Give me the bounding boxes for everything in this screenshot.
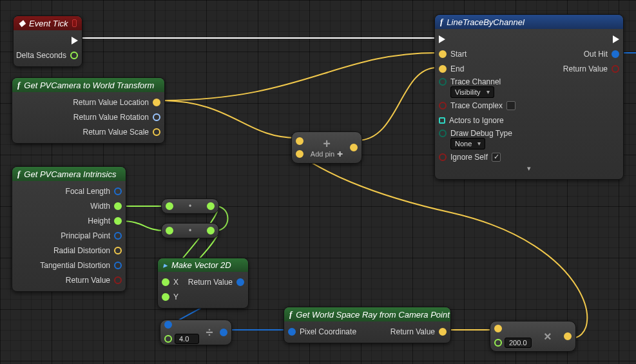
float-out-pin[interactable] bbox=[70, 52, 78, 59]
vector-in-pin[interactable] bbox=[439, 65, 447, 73]
pin-label: Pixel Coordinate bbox=[300, 327, 356, 336]
add-pin-button[interactable]: Add pin✚ bbox=[311, 150, 343, 158]
node-event-tick[interactable]: ◆ Event Tick Delta Seconds bbox=[13, 15, 82, 67]
vector-in-pin[interactable] bbox=[296, 150, 304, 158]
conversion-dot-icon: • bbox=[189, 226, 191, 235]
struct-in-pin[interactable] bbox=[164, 321, 172, 329]
pin-label: Start bbox=[450, 50, 467, 59]
vector-out-pin[interactable] bbox=[350, 144, 358, 151]
bool-out-pin[interactable] bbox=[114, 276, 122, 284]
enum-in-pin[interactable] bbox=[439, 78, 447, 86]
struct-out-pin[interactable] bbox=[612, 50, 619, 58]
struct-out-pin[interactable] bbox=[236, 278, 244, 286]
float-out-pin[interactable] bbox=[114, 202, 122, 210]
pin-label: Return Value Location bbox=[73, 98, 149, 107]
vector-out-pin[interactable] bbox=[564, 332, 572, 340]
float-in-pin[interactable] bbox=[162, 278, 169, 286]
ignore-self-checkbox[interactable]: ✓ bbox=[492, 153, 501, 162]
struct-out-pin[interactable] bbox=[114, 262, 122, 269]
node-divide[interactable]: 4.0 ÷ bbox=[160, 320, 232, 345]
node-header[interactable]: f Get World Space Ray from Camera Point bbox=[284, 307, 450, 321]
pin-label: Actors to Ignore bbox=[449, 116, 504, 125]
vector-in-pin[interactable] bbox=[494, 325, 502, 332]
enum-in-pin[interactable] bbox=[439, 129, 447, 137]
add-icon: ✚ bbox=[337, 150, 343, 158]
struct-out-pin[interactable] bbox=[220, 329, 227, 336]
function-icon: f bbox=[440, 17, 443, 27]
pin-label: End bbox=[450, 64, 464, 73]
expand-node-button[interactable]: ▾ bbox=[435, 164, 623, 175]
pin-label: Trace Channel bbox=[450, 77, 501, 86]
exec-in-pin[interactable] bbox=[439, 35, 445, 43]
pin-label: Return Value bbox=[188, 278, 233, 287]
node-line-trace-by-channel[interactable]: f LineTraceByChannel Start Out Hit End R… bbox=[434, 14, 624, 180]
event-beacon-icon bbox=[72, 19, 77, 27]
node-header[interactable]: f Get PVCamera Intrinsics bbox=[12, 167, 126, 181]
draw-debug-dropdown[interactable]: None bbox=[450, 138, 485, 149]
node-title: Get PVCamera Intrinsics bbox=[24, 169, 116, 179]
float-out-pin[interactable] bbox=[207, 202, 215, 210]
node-make-vector-2d[interactable]: ▸ Make Vector 2D X Return Value Y bbox=[157, 258, 249, 309]
pin-label: Principal Point bbox=[61, 231, 110, 240]
pin-label: Draw Debug Type bbox=[450, 129, 512, 138]
float-in-pin[interactable] bbox=[494, 339, 502, 347]
vector-out-pin[interactable] bbox=[153, 99, 160, 106]
struct-out-pin[interactable] bbox=[114, 232, 122, 240]
event-icon: ◆ bbox=[19, 18, 25, 28]
multiplier-input[interactable]: 200.0 bbox=[505, 338, 532, 348]
trace-channel-dropdown[interactable]: Visibility bbox=[450, 86, 494, 98]
pin-label: Return Value Scale bbox=[82, 128, 149, 137]
multiply-icon: × bbox=[544, 330, 552, 343]
node-pvcamera-intrinsics[interactable]: f Get PVCamera Intrinsics Focal Length W… bbox=[12, 166, 126, 292]
float-in-pin[interactable] bbox=[166, 202, 173, 210]
node-world-space-ray[interactable]: f Get World Space Ray from Camera Point … bbox=[284, 307, 451, 343]
node-header[interactable]: f LineTraceByChannel bbox=[435, 15, 623, 29]
pin-label: Tangential Distortion bbox=[40, 261, 110, 270]
pin-label: Out Hit bbox=[584, 50, 608, 59]
rotator-out-pin[interactable] bbox=[153, 113, 160, 121]
node-title: Get PVCamera to World Transform bbox=[24, 81, 154, 90]
divide-icon: ÷ bbox=[206, 326, 213, 339]
node-header[interactable]: ▸ Make Vector 2D bbox=[158, 258, 248, 272]
divisor-input[interactable]: 4.0 bbox=[175, 334, 199, 344]
struct-in-pin[interactable] bbox=[288, 328, 296, 336]
node-header[interactable]: f Get PVCamera to World Transform bbox=[12, 78, 164, 92]
node-title: Event Tick bbox=[29, 19, 68, 28]
node-title: Get World Space Ray from Camera Point bbox=[296, 310, 449, 320]
float-out-pin[interactable] bbox=[114, 217, 122, 225]
trace-complex-checkbox[interactable] bbox=[506, 101, 516, 110]
struct-out-pin[interactable] bbox=[114, 187, 122, 195]
float-in-pin[interactable] bbox=[164, 335, 172, 343]
node-multiply[interactable]: 200.0 × bbox=[490, 321, 576, 352]
plus-icon: + bbox=[323, 137, 331, 150]
vector-out-pin[interactable] bbox=[439, 328, 447, 336]
node-add-vector[interactable]: + Add pin✚ bbox=[291, 131, 362, 164]
node-float-to-int-2[interactable]: • bbox=[161, 223, 219, 238]
float-in-pin[interactable] bbox=[166, 227, 173, 235]
bool-in-pin[interactable] bbox=[439, 102, 447, 110]
float-in-pin[interactable] bbox=[162, 293, 169, 301]
node-header[interactable]: ◆ Event Tick bbox=[14, 16, 82, 30]
function-icon: f bbox=[17, 80, 20, 90]
exec-out-pin[interactable] bbox=[72, 37, 78, 44]
pin-label: Return Value bbox=[563, 64, 608, 73]
pin-label: Width bbox=[90, 202, 110, 211]
array-in-pin[interactable] bbox=[439, 117, 445, 124]
vector-out-pin[interactable] bbox=[114, 247, 122, 254]
float-out-pin[interactable] bbox=[207, 227, 215, 235]
bool-in-pin[interactable] bbox=[439, 153, 447, 161]
pin-label: Radial Distortion bbox=[53, 246, 110, 255]
pin-label: Ignore Self bbox=[450, 153, 488, 162]
vector-in-pin[interactable] bbox=[296, 137, 304, 145]
pin-label: Height bbox=[88, 216, 110, 225]
bool-out-pin[interactable] bbox=[612, 65, 619, 73]
pin-label: Trace Complex bbox=[450, 101, 503, 110]
node-title: Make Vector 2D bbox=[171, 260, 231, 270]
struct-icon: ▸ bbox=[163, 260, 168, 270]
exec-out-pin[interactable] bbox=[613, 35, 619, 43]
pin-label: Return Value bbox=[390, 327, 435, 336]
vector-out-pin[interactable] bbox=[153, 128, 160, 136]
node-float-to-int-1[interactable]: • bbox=[161, 198, 219, 214]
vector-in-pin[interactable] bbox=[439, 50, 447, 58]
node-pvcamera-world-transform[interactable]: f Get PVCamera to World Transform Return… bbox=[12, 77, 165, 144]
